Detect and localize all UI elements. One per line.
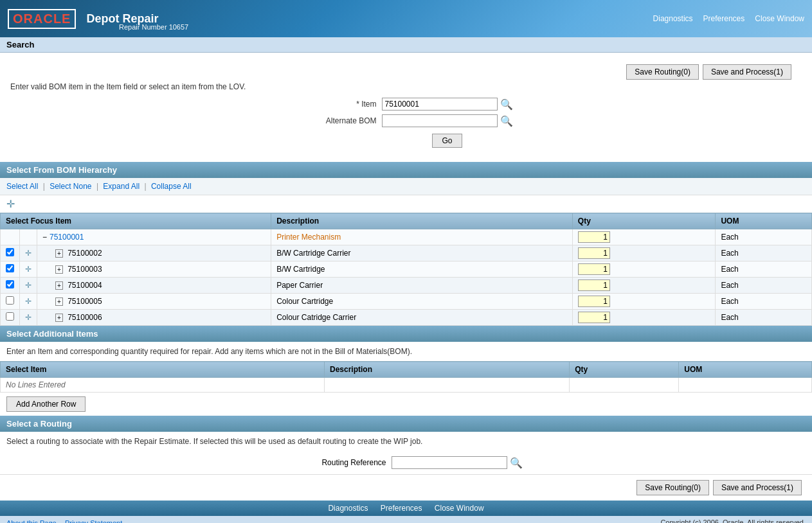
expand-icon[interactable]: + — [55, 265, 63, 274]
item-label: * Item — [300, 100, 377, 109]
row-move-icon[interactable]: ✛ — [25, 281, 32, 290]
collapse-all-link[interactable]: Collapse All — [151, 182, 192, 191]
routing-instruction: Select a routing to associate with the R… — [0, 432, 812, 451]
bottom-buttons: Save Routing(0) Save and Process(1) — [0, 474, 812, 501]
alternate-bom-search-icon[interactable]: 🔍 — [500, 115, 513, 127]
bom-hierarchy-header: Select From BOM Hierarchy — [0, 162, 812, 178]
no-lines-text: No Lines Entered — [1, 378, 325, 393]
col-qty: Qty — [572, 213, 716, 229]
bom-hierarchy-body: Select All | Select None | Expand All | … — [0, 178, 812, 326]
close-window-link[interactable]: Close Window — [755, 14, 804, 23]
row-checkbox[interactable] — [6, 264, 14, 272]
row-item: + 75100002 — [37, 245, 271, 262]
top-buttons: Save Routing(0) Save and Process(1) — [10, 59, 802, 82]
save-routing-button-bottom[interactable]: Save Routing(0) — [636, 480, 709, 495]
main-content: Search Save Routing(0) Save and Process(… — [0, 37, 812, 501]
diagnostics-link[interactable]: Diagnostics — [653, 14, 693, 23]
col-select-focus-item: Select Focus Item — [1, 213, 271, 229]
no-lines-row: No Lines Entered — [1, 378, 812, 393]
expand-icon[interactable]: + — [55, 297, 63, 306]
oracle-logo: ORACLE — [8, 9, 76, 29]
qty-input[interactable] — [578, 247, 610, 259]
row-checkbox[interactable] — [6, 312, 14, 321]
row-item: + 75100004 — [37, 278, 271, 294]
bom-table: Select Focus Item Description Qty UOM −7… — [0, 213, 812, 326]
row-checkbox[interactable] — [6, 296, 14, 305]
expand-icon[interactable]: + — [55, 281, 63, 290]
move-icon[interactable]: ✛ — [0, 195, 812, 213]
row-move-icon[interactable]: ✛ — [25, 265, 32, 274]
footer-bottom: About this Page Privacy Statement Copyri… — [0, 516, 812, 523]
additional-table-header-row: Select Item Description Qty UOM — [1, 362, 812, 378]
row-uom: Each — [716, 245, 812, 262]
save-and-process-button-top[interactable]: Save and Process(1) — [703, 64, 791, 80]
alternate-bom-input[interactable] — [382, 114, 498, 127]
save-routing-button-top[interactable]: Save Routing(0) — [626, 64, 699, 80]
row-description: Colour Cartridge — [271, 294, 573, 310]
hierarchy-controls: Select All | Select None | Expand All | … — [0, 178, 812, 195]
routing-section: Select a Routing Select a routing to ass… — [0, 416, 812, 501]
header-nav: Diagnostics Preferences Close Window — [653, 14, 804, 23]
additional-items-body: Enter an Item and corresponding quantity… — [0, 342, 812, 416]
expand-icon[interactable]: − — [42, 233, 47, 242]
add-another-row-button[interactable]: Add Another Row — [6, 396, 86, 412]
routing-reference-input[interactable] — [392, 456, 507, 469]
row-checkbox[interactable] — [6, 280, 14, 288]
item-number: 75100004 — [68, 281, 102, 290]
go-row: Go — [10, 131, 802, 148]
additional-items-section: Select Additional Items Enter an Item an… — [0, 326, 812, 416]
additional-items-table: Select Item Description Qty UOM No Lines… — [0, 361, 812, 393]
footer-bottom-left: About this Page Privacy Statement — [6, 519, 122, 523]
routing-reference-label: Routing Reference — [290, 458, 386, 467]
row-uom: Each — [716, 294, 812, 310]
expand-all-link[interactable]: Expand All — [103, 182, 140, 191]
preferences-link[interactable]: Preferences — [703, 14, 745, 23]
header: ORACLE Depot Repair Repair Number 10657 … — [0, 0, 812, 37]
additional-instruction: Enter an Item and corresponding quantity… — [0, 342, 812, 361]
table-row: ✛+ 75100002B/W Cartridge CarrierEach — [1, 245, 812, 262]
about-page-link[interactable]: About this Page — [6, 519, 57, 523]
footer-nav: Diagnostics Preferences Close Window — [0, 501, 812, 516]
table-row: −75100001Printer MechanismEach — [1, 229, 812, 245]
row-checkbox[interactable] — [6, 248, 14, 256]
row-uom: Each — [716, 278, 812, 294]
row-move-icon[interactable]: ✛ — [25, 249, 32, 258]
select-all-link[interactable]: Select All — [6, 182, 38, 191]
item-number: 75100003 — [68, 265, 102, 274]
search-instruction: Enter valid BOM item in the Item field o… — [10, 82, 802, 91]
footer-close-window-link[interactable]: Close Window — [435, 504, 484, 513]
select-none-link[interactable]: Select None — [50, 182, 91, 191]
save-and-process-button-bottom[interactable]: Save and Process(1) — [713, 480, 802, 495]
table-row: ✛+ 75100003B/W CartridgeEach — [1, 262, 812, 278]
row-description: B/W Cartridge Carrier — [271, 245, 573, 262]
qty-input[interactable] — [578, 263, 610, 275]
row-move-icon[interactable]: ✛ — [25, 297, 32, 306]
footer-diagnostics-link[interactable]: Diagnostics — [328, 504, 368, 513]
item-input[interactable] — [382, 98, 498, 111]
search-body: Save Routing(0) Save and Process(1) Ente… — [0, 53, 812, 162]
add-col-select-item: Select Item — [1, 362, 325, 378]
copyright-text: Copyright (c) 2006, Oracle. All rights r… — [660, 519, 806, 523]
routing-search-icon[interactable]: 🔍 — [510, 457, 523, 469]
expand-icon[interactable]: + — [55, 249, 63, 258]
item-row: * Item 🔍 — [10, 98, 802, 111]
privacy-statement-link[interactable]: Privacy Statement — [65, 519, 122, 523]
qty-input[interactable] — [578, 279, 610, 291]
table-row: ✛+ 75100004Paper CarrierEach — [1, 278, 812, 294]
expand-icon[interactable]: + — [55, 314, 63, 322]
item-number: 75100006 — [68, 313, 102, 322]
row-move-icon[interactable]: ✛ — [25, 313, 32, 322]
col-description: Description — [271, 213, 573, 229]
alternate-bom-row: Alternate BOM 🔍 — [10, 114, 802, 127]
row-uom: Each — [716, 310, 812, 326]
go-button[interactable]: Go — [432, 134, 462, 148]
row-item: + 75100005 — [37, 294, 271, 310]
routing-body: Select a routing to associate with the R… — [0, 432, 812, 501]
footer-preferences-link[interactable]: Preferences — [381, 504, 422, 513]
additional-items-header: Select Additional Items — [0, 326, 812, 342]
qty-input[interactable] — [578, 231, 610, 243]
item-search-icon[interactable]: 🔍 — [500, 98, 513, 111]
qty-input[interactable] — [578, 312, 610, 323]
qty-input[interactable] — [578, 296, 610, 307]
row-item: + 75100003 — [37, 262, 271, 278]
